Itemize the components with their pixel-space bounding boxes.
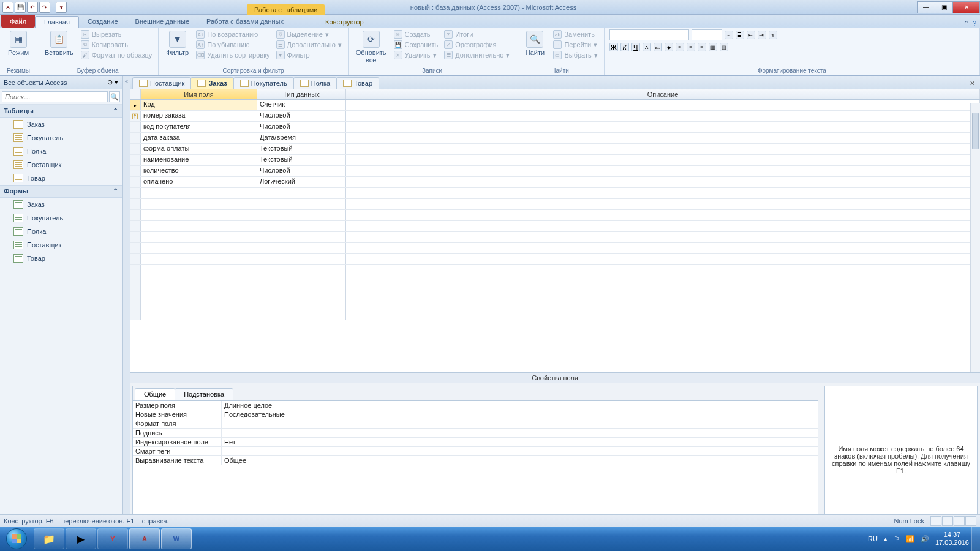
- nav-item-Товар[interactable]: Товар: [0, 252, 122, 265]
- field-row-empty[interactable]: [130, 298, 980, 309]
- taskbar-word[interactable]: W: [161, 528, 192, 549]
- doctab-Покупатель[interactable]: Покупатель: [233, 77, 294, 89]
- find-button[interactable]: 🔍Найти: [521, 29, 548, 58]
- save-icon[interactable]: 💾: [15, 2, 26, 13]
- nav-search-input[interactable]: [2, 91, 108, 102]
- app-icon[interactable]: A: [2, 2, 13, 13]
- field-row-empty[interactable]: [130, 287, 980, 298]
- help-icon[interactable]: ?: [973, 20, 976, 28]
- tab-Работа с базами данных[interactable]: Работа с базами данных: [198, 16, 292, 28]
- close-button[interactable]: ✕: [952, 1, 980, 13]
- field-row-empty[interactable]: [130, 265, 980, 276]
- save-record-button[interactable]: 💾Сохранить: [393, 40, 440, 50]
- doctab-Заказ[interactable]: Заказ: [190, 77, 233, 89]
- doctab-Поставщик[interactable]: Поставщик: [132, 77, 191, 89]
- nav-collapse-button[interactable]: «: [123, 76, 130, 536]
- nav-item-Полка[interactable]: Полка: [0, 225, 122, 238]
- align-right-icon[interactable]: ≡: [698, 43, 706, 51]
- delete-record-button[interactable]: ✕Удалить ▾: [393, 50, 440, 60]
- highlight-icon[interactable]: ab: [654, 43, 662, 51]
- undo-icon[interactable]: ↶: [27, 2, 38, 13]
- field-row-empty[interactable]: [130, 210, 980, 221]
- underline-icon[interactable]: Ч: [631, 43, 640, 51]
- nav-item-Заказ[interactable]: Заказ: [0, 198, 122, 211]
- alt-row-color-icon[interactable]: ▤: [720, 43, 728, 51]
- qat-customize-icon[interactable]: ▾: [56, 2, 67, 13]
- tab-Внешние данные[interactable]: Внешние данные: [127, 16, 198, 28]
- nav-group-forms[interactable]: Формы⌃: [0, 185, 122, 198]
- tray-flag-icon[interactable]: ⚐: [894, 535, 900, 543]
- col-field-name[interactable]: Имя поля: [141, 89, 257, 99]
- property-row[interactable]: Новые значенияПоследовательные: [133, 410, 818, 419]
- field-row-empty[interactable]: [130, 276, 980, 287]
- col-data-type[interactable]: Тип данных: [257, 89, 346, 99]
- scrollbar-vertical[interactable]: [970, 103, 980, 372]
- tray-volume-icon[interactable]: 🔊: [921, 535, 929, 543]
- align-center-icon[interactable]: ≡: [687, 43, 695, 51]
- spelling-button[interactable]: ✓Орфография: [443, 40, 511, 50]
- taskbar-clock[interactable]: 14:3717.03.2016: [935, 531, 969, 547]
- doctab-Полка[interactable]: Полка: [293, 77, 337, 89]
- tab-constructor[interactable]: Конструктор: [317, 17, 372, 28]
- filter-button[interactable]: ▼Фильтр: [164, 29, 191, 58]
- property-row[interactable]: Формат поля: [133, 419, 818, 429]
- maximize-button[interactable]: ▣: [935, 1, 953, 13]
- property-row[interactable]: Размер поляДлинное целое: [133, 401, 818, 410]
- field-row[interactable]: дата заказаДата/время: [130, 133, 980, 144]
- redo-icon[interactable]: ↷: [39, 2, 50, 13]
- taskbar-browser[interactable]: Y: [97, 528, 128, 549]
- language-indicator[interactable]: RU: [868, 535, 878, 542]
- new-record-button[interactable]: ✳Создать: [393, 29, 440, 39]
- sort-asc-button[interactable]: A↓По возрастанию: [195, 29, 271, 39]
- tab-Создание[interactable]: Создание: [79, 16, 127, 28]
- file-tab[interactable]: Файл: [1, 15, 35, 28]
- search-icon[interactable]: 🔍: [109, 91, 120, 102]
- align-left-icon[interactable]: ≡: [676, 43, 684, 51]
- font-family-combo[interactable]: [609, 29, 689, 40]
- refresh-all-button[interactable]: ⟳Обновить все: [353, 29, 389, 65]
- property-row[interactable]: Выравнивание текстаОбщее: [133, 456, 818, 465]
- minimize-button[interactable]: —: [917, 1, 935, 13]
- selection-filter-button[interactable]: ▽Выделение ▾: [275, 29, 343, 39]
- nav-item-Поставщик[interactable]: Поставщик: [0, 158, 122, 171]
- property-row[interactable]: Смарт-теги: [133, 447, 818, 456]
- taskbar-explorer[interactable]: 📁: [34, 528, 64, 549]
- property-row[interactable]: Подпись: [133, 429, 818, 438]
- props-tab-general[interactable]: Общие: [135, 388, 175, 400]
- view-switcher[interactable]: [930, 516, 976, 526]
- copy-button[interactable]: ⧉Копировать: [80, 40, 154, 50]
- field-row[interactable]: код покупателяЧисловой: [130, 122, 980, 133]
- format-painter-button[interactable]: 🖌Формат по образцу: [80, 50, 154, 60]
- text-direction-icon[interactable]: ¶: [769, 31, 777, 39]
- field-row[interactable]: форма оплатыТекстовый: [130, 144, 980, 155]
- indent-inc-icon[interactable]: ⇥: [758, 31, 766, 39]
- nav-item-Поставщик[interactable]: Поставщик: [0, 238, 122, 252]
- font-size-combo[interactable]: [692, 29, 722, 40]
- field-row-empty[interactable]: [130, 199, 980, 210]
- nav-dropdown-icon[interactable]: ⊙ ▾: [107, 78, 118, 86]
- nav-item-Покупатель[interactable]: Покупатель: [0, 131, 122, 144]
- indent-dec-icon[interactable]: ⇤: [747, 31, 755, 39]
- field-row-empty[interactable]: [130, 232, 980, 243]
- taskbar-media[interactable]: ▶: [66, 528, 96, 549]
- gridlines-icon[interactable]: ▦: [709, 43, 717, 51]
- field-row[interactable]: ⚿номер заказаЧисловой: [130, 111, 980, 122]
- nav-item-Покупатель[interactable]: Покупатель: [0, 211, 122, 225]
- field-row-empty[interactable]: [130, 243, 980, 254]
- field-row-empty[interactable]: [130, 309, 980, 320]
- field-row[interactable]: ▸КодСчетчик: [130, 100, 980, 111]
- font-color-icon[interactable]: A: [643, 43, 651, 51]
- taskbar-access[interactable]: A: [129, 528, 160, 549]
- field-row-empty[interactable]: [130, 221, 980, 232]
- more-records-button[interactable]: ☰Дополнительно ▾: [443, 50, 511, 60]
- view-mode-button[interactable]: ▦Режим: [5, 29, 32, 58]
- nav-group-tables[interactable]: Таблицы⌃: [0, 105, 122, 118]
- goto-button[interactable]: →Перейти ▾: [552, 40, 598, 50]
- col-description[interactable]: Описание: [346, 89, 980, 99]
- bold-icon[interactable]: Ж: [609, 43, 618, 51]
- clear-sort-button[interactable]: ⌫Удалить сортировку: [195, 50, 271, 60]
- numbering-icon[interactable]: ≣: [736, 31, 744, 39]
- start-button[interactable]: [0, 527, 33, 551]
- tray-chevron-icon[interactable]: ▴: [884, 535, 888, 543]
- doctab-Товар[interactable]: Товар: [336, 77, 379, 89]
